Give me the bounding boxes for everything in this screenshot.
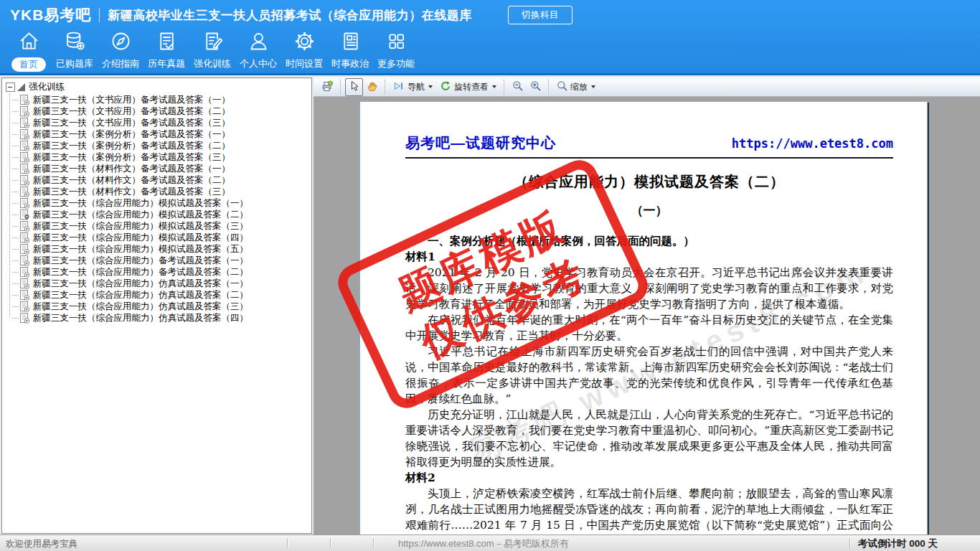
document-paragraph: 头顶上，泸定桥铁索凌空横跨，红军战士前仆后继、攀爬向前；放眼望去，高耸的雪山寒风… <box>405 486 893 534</box>
nav-item-label: 历年真题 <box>148 57 185 70</box>
main-area: 强化训练 新疆三支一扶（文书应用）备考试题及答案（一） 新疆三支一扶（文书应用）… <box>0 75 980 534</box>
document-header: 易考吧—试题研究中心 https://www.etest8.com <box>405 133 893 153</box>
tree-connector-stub <box>12 283 19 284</box>
chevron-down-icon <box>591 85 595 88</box>
tree-item[interactable]: 新疆三支一扶（综合应用能力）模拟试题及答案（四） <box>12 232 311 243</box>
zoom-label: 缩放 <box>570 81 588 93</box>
tree-item[interactable]: 新疆三支一扶（综合应用能力）仿真试题及答案（二） <box>12 289 311 301</box>
nav-item-label: 个人中心 <box>240 57 277 70</box>
document-icon <box>20 209 29 220</box>
tree-item[interactable]: 新疆三支一扶（综合应用能力）仿真试题及答案（三） <box>12 301 311 312</box>
nav-item-current-affairs[interactable]: 时事政治 <box>327 29 373 72</box>
document-canvas[interactable]: 易考吧 www.etest8.com 易考吧—试题研究中心 https://ww… <box>314 97 980 534</box>
toolbar-separator <box>340 80 341 94</box>
navigate-icon <box>393 80 405 94</box>
tree-connector-stub <box>12 237 19 238</box>
document-icon <box>20 278 29 289</box>
document-header-url: https://www.etest8.com <box>732 136 893 151</box>
zoom-out-button[interactable] <box>509 78 527 95</box>
document-viewer: 导航 旋转查看 缩放 易考吧 www <box>314 77 980 534</box>
tree-item-label: 新疆三支一扶（综合应用能力）仿真试题及答案（一） <box>33 278 248 290</box>
tree-item[interactable]: 新疆三支一扶（材料作文）备考试题及答案（三） <box>12 186 311 197</box>
print-button[interactable] <box>317 78 336 96</box>
tree-item[interactable]: 新疆三支一扶（综合应用能力）仿真试题及答案（一） <box>12 278 311 289</box>
tree-item[interactable]: 新疆三支一扶（综合应用能力）模拟试题及答案（一） <box>12 197 311 209</box>
document-icon <box>20 244 29 255</box>
tree-item-label: 新疆三支一扶（综合应用能力）仿真试题及答案（二） <box>33 289 248 301</box>
tree-item-label: 新疆三支一扶（材料作文）备考试题及答案（三） <box>33 186 230 198</box>
tree-item[interactable]: 新疆三支一扶（文书应用）备考试题及答案（一） <box>12 94 311 105</box>
page-title: 新疆高校毕业生三支一扶人员招募考试（综合应用能力）在线题库 <box>108 7 472 24</box>
tree-item[interactable]: 新疆三支一扶（文书应用）备考试题及答案（二） <box>12 105 311 117</box>
tree-item[interactable]: 新疆三支一扶（案例分析）备考试题及答案（二） <box>12 140 311 151</box>
nav-item-intensive-training[interactable]: 强化训练 <box>189 29 235 72</box>
status-copyright-text: https://www.etest8.com－易考吧版权所有 <box>398 537 569 550</box>
tree-item-label: 新疆三支一扶（文书应用）备考试题及答案（一） <box>33 94 230 106</box>
tree-connector-stub <box>12 226 19 227</box>
rotate-view-button[interactable]: 旋转查看 <box>436 78 500 96</box>
tree-connector-stub <box>12 318 19 319</box>
zoom-menu-button[interactable]: 缩放 <box>553 78 599 95</box>
nav-item-more-functions[interactable]: 更多功能 <box>373 29 419 72</box>
tree-item-label: 新疆三支一扶（材料作文）备考试题及答案（二） <box>33 174 230 187</box>
tree-item[interactable]: 新疆三支一扶（综合应用能力）备考试题及答案（二） <box>12 266 311 278</box>
tree-item[interactable]: 新疆三支一扶（综合应用能力）仿真试题及答案（四） <box>12 312 311 324</box>
nav-item-home[interactable]: 首页 <box>6 29 52 72</box>
document-icon <box>20 141 29 151</box>
status-separator <box>849 538 850 548</box>
nav-item-guide[interactable]: 介绍指南 <box>98 29 143 72</box>
nav-item-purchased-banks[interactable]: 已购题库 <box>52 29 98 72</box>
tree-item[interactable]: 新疆三支一扶（综合应用能力）模拟试题及答案（五） <box>12 243 311 255</box>
document-icon <box>20 164 29 174</box>
tree-connector-stub <box>12 215 19 215</box>
tree-item-label: 新疆三支一扶（综合应用能力）备考试题及答案（二） <box>33 266 248 278</box>
tree-item[interactable]: 新疆三支一扶（案例分析）备考试题及答案（三） <box>12 151 311 163</box>
tree-connector-stub <box>12 306 19 307</box>
tree-item-label: 新疆三支一扶（案例分析）备考试题及答案（二） <box>33 140 230 152</box>
nav-item-profile[interactable]: 个人中心 <box>235 29 281 72</box>
navigate-button[interactable]: 导航 <box>390 78 436 96</box>
document-paragraph: 历史充分证明，江山就是人民，人民就是江山，人心向背关系党的生死存亡。“习近平总书… <box>405 407 893 470</box>
document-icon <box>20 175 29 186</box>
switch-subject-button[interactable]: 切换科目 <box>508 6 573 24</box>
tree-item[interactable]: 新疆三支一扶（文书应用）备考试题及答案（三） <box>12 117 311 128</box>
tree-item[interactable]: 新疆三支一扶（综合应用能力）备考试题及答案（一） <box>12 255 311 266</box>
document-icon <box>20 301 29 312</box>
hand-icon <box>367 80 377 94</box>
tree-item[interactable]: 新疆三支一扶（材料作文）备考试题及答案（一） <box>12 163 311 174</box>
doc-edit-icon <box>201 29 225 56</box>
tree-root-intensive-training[interactable]: 强化训练 <box>5 80 311 94</box>
collapse-icon[interactable] <box>6 83 15 92</box>
tree-item[interactable]: 新疆三支一扶（综合应用能力）模拟试题及答案（二） <box>12 209 311 220</box>
nav-item-label: 时间设置 <box>286 57 323 70</box>
tree-item-label: 新疆三支一扶（文书应用）备考试题及答案（三） <box>33 117 230 129</box>
status-separator <box>287 538 288 548</box>
nav-item-time-settings[interactable]: 时间设置 <box>281 29 327 72</box>
document-icon <box>20 152 29 163</box>
tree-item-label: 新疆三支一扶（综合应用能力）模拟试题及答案（三） <box>33 220 248 232</box>
tree-connector-stub <box>12 123 19 123</box>
zoom-out-icon <box>512 80 523 93</box>
tree-item-label: 新疆三支一扶（案例分析）备考试题及答案（三） <box>33 151 230 164</box>
tree-connector-stub <box>12 111 19 112</box>
pan-tool-button[interactable] <box>363 78 381 96</box>
navigate-label: 导航 <box>407 81 425 93</box>
nav-item-past-papers[interactable]: 历年真题 <box>143 29 189 72</box>
tree-connector-stub <box>12 295 19 296</box>
zoom-in-icon <box>530 80 541 93</box>
tree-connector-stub <box>12 180 19 181</box>
magnifier-icon <box>557 80 567 93</box>
tree-connector-stub <box>12 169 19 169</box>
tree-item[interactable]: 新疆三支一扶（材料作文）备考试题及答案（二） <box>12 174 311 186</box>
document-icon <box>20 255 29 266</box>
zoom-in-button[interactable] <box>527 78 545 95</box>
tree-connector-stub <box>12 249 19 250</box>
tree-item-label: 新疆三支一扶（综合应用能力）模拟试题及答案（二） <box>33 209 248 221</box>
app-header: YKB易考吧 新疆高校毕业生三支一扶人员招募考试（综合应用能力）在线题库 切换科… <box>0 0 980 75</box>
nav-item-label: 强化训练 <box>194 57 231 70</box>
tree-item[interactable]: 新疆三支一扶（案例分析）备考试题及答案（一） <box>12 128 311 140</box>
tree-item-label: 新疆三支一扶（文书应用）备考试题及答案（二） <box>33 105 230 118</box>
tree-item[interactable]: 新疆三支一扶（综合应用能力）模拟试题及答案（三） <box>12 220 311 232</box>
document-icon <box>20 118 29 128</box>
select-tool-button[interactable] <box>345 78 363 96</box>
